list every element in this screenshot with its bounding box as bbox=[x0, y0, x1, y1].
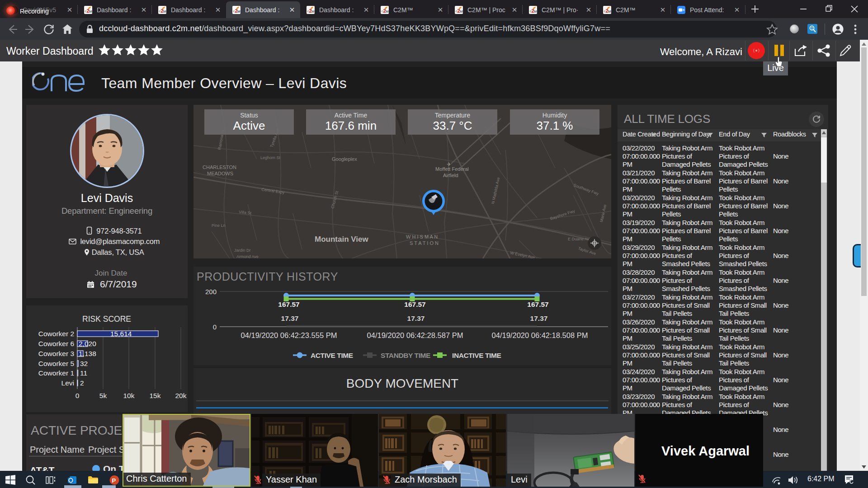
svg-text:10k: 10k bbox=[123, 392, 135, 399]
svg-text:E Duane Ave: E Duane Ave bbox=[568, 237, 591, 241]
svg-text:04/19/2020 06:42:28.587 PM: 04/19/2020 06:42:28.587 PM bbox=[367, 331, 463, 339]
svg-text:2: 2 bbox=[80, 379, 84, 387]
svg-text:ACTIVE TIME: ACTIVE TIME bbox=[311, 352, 353, 359]
svg-text:Armond Ave: Armond Ave bbox=[236, 254, 259, 258]
svg-text:M: M bbox=[608, 9, 611, 14]
svg-text:Airfield: Airfield bbox=[443, 173, 458, 178]
svg-text:0: 0 bbox=[75, 392, 80, 399]
svg-text:✈: ✈ bbox=[447, 161, 451, 168]
svg-text:32: 32 bbox=[80, 360, 88, 367]
svg-text:17.37: 17.37 bbox=[530, 314, 548, 322]
svg-text:Coworker 6: Coworker 6 bbox=[38, 340, 74, 347]
svg-text:Pine Ln: Pine Ln bbox=[212, 223, 226, 228]
svg-text:Googleplex: Googleplex bbox=[332, 156, 357, 162]
svg-text:17.37: 17.37 bbox=[281, 314, 299, 322]
svg-text:Moffett Federal: Moffett Federal bbox=[435, 166, 469, 172]
svg-text:STANDBY TIME: STANDBY TIME bbox=[381, 352, 430, 359]
svg-text:Levi: Levi bbox=[61, 379, 74, 387]
svg-text:04/19/2020 06:42:18.508 PM: 04/19/2020 06:42:18.508 PM bbox=[492, 331, 588, 339]
svg-text:17.37: 17.37 bbox=[407, 314, 425, 322]
svg-text:Jardin Dr: Jardin Dr bbox=[234, 248, 251, 253]
svg-text:20k: 20k bbox=[175, 392, 187, 399]
svg-text:Coworker 3: Coworker 3 bbox=[38, 350, 74, 357]
svg-text:167.57: 167.57 bbox=[278, 300, 299, 308]
svg-text:Leghorn St: Leghorn St bbox=[260, 155, 281, 160]
svg-text:W H I S M A N: W H I S M A N bbox=[406, 234, 438, 239]
svg-text:15,614: 15,614 bbox=[110, 330, 132, 338]
svg-text:200: 200 bbox=[205, 288, 217, 296]
svg-text:INACTIVE TIME: INACTIVE TIME bbox=[452, 352, 501, 359]
svg-text:M: M bbox=[163, 9, 166, 14]
svg-text:11: 11 bbox=[80, 369, 87, 377]
svg-text:MEADOWS: MEADOWS bbox=[207, 171, 233, 176]
svg-text:M: M bbox=[311, 9, 315, 14]
svg-text:Mountain View: Mountain View bbox=[315, 235, 368, 244]
svg-text:04/19/2020 06:42:23.555 PM: 04/19/2020 06:42:23.555 PM bbox=[241, 331, 337, 339]
svg-text:Coworker 5: Coworker 5 bbox=[38, 360, 74, 367]
svg-text:167.57: 167.57 bbox=[404, 300, 425, 308]
svg-text:P: P bbox=[112, 477, 116, 484]
svg-text:CHARLESTON: CHARLESTON bbox=[203, 164, 236, 170]
svg-text:RISK SCORE: RISK SCORE bbox=[82, 314, 131, 324]
svg-text:167.57: 167.57 bbox=[527, 300, 548, 308]
svg-text:15k: 15k bbox=[150, 392, 161, 399]
svg-text:Coworker 1: Coworker 1 bbox=[38, 369, 74, 377]
svg-text:1,138: 1,138 bbox=[79, 350, 96, 357]
svg-text:M: M bbox=[534, 9, 537, 14]
svg-text:Coworker 2: Coworker 2 bbox=[38, 330, 74, 338]
svg-text:0: 0 bbox=[213, 323, 217, 331]
svg-text:M: M bbox=[89, 9, 92, 14]
svg-text:2,020: 2,020 bbox=[79, 340, 96, 347]
svg-text:M: M bbox=[460, 9, 463, 14]
svg-text:M: M bbox=[237, 9, 241, 14]
svg-text:5k: 5k bbox=[99, 392, 107, 399]
svg-text:M: M bbox=[386, 9, 389, 14]
svg-text:S T A T I O N: S T A T I O N bbox=[410, 240, 439, 246]
